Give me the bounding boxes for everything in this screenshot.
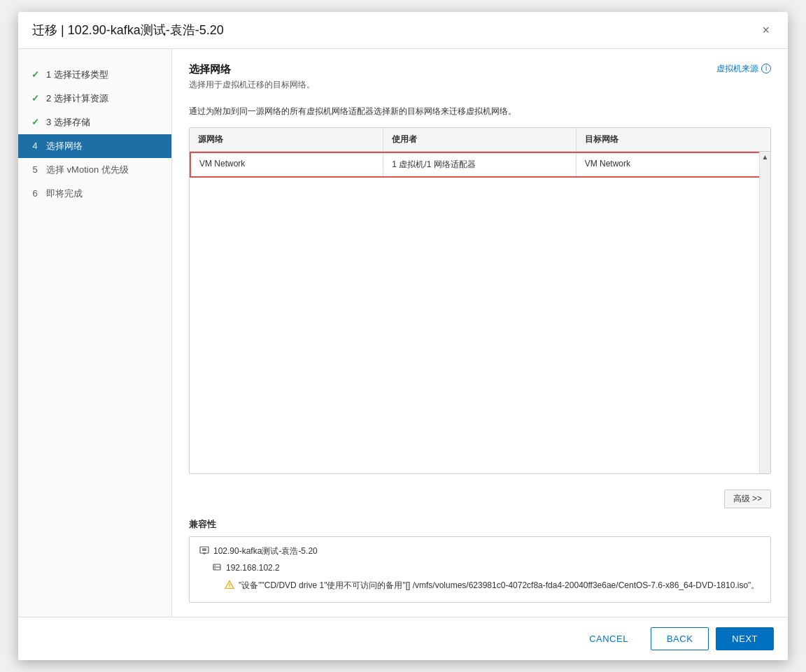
next-button[interactable]: NEXT [716,627,774,650]
svg-point-6 [215,565,216,566]
back-button[interactable]: BACK [651,627,709,650]
step3-check-icon: ✓ [29,117,41,127]
compat-item-vm: 102.90-kafka测试-袁浩-5.20 [199,544,761,559]
table-body: VM Network 1 虚拟机/1 网络适配器 VM Network ▲ [190,152,770,473]
warning-icon [225,580,234,594]
compatibility-section: 兼容性 102.90-kafka测试-袁浩-5.20 [189,518,771,603]
close-button[interactable]: × [758,22,774,38]
dialog-header: 迁移 | 102.90-kafka测试-袁浩-5.20 × [18,12,788,49]
advanced-row: 高级 >> [189,489,771,508]
main-content: 选择网络 选择用于虚拟机迁移的目标网络。 虚拟机来源 i 通过为附加到同一源网络… [172,49,788,617]
sidebar: ✓ 1 选择迁移类型 ✓ 2 选择计算资源 ✓ 3 选择存储 4 [18,49,172,617]
step5-num: 5 [29,164,41,175]
cell-users: 1 虚拟机/1 网络适配器 [383,153,576,176]
table-header: 源网络 使用者 目标网络 [190,128,770,152]
table-row[interactable]: VM Network 1 虚拟机/1 网络适配器 VM Network [190,152,770,178]
svg-rect-1 [202,548,206,551]
sidebar-item-step4: 4 选择网络 [18,134,171,158]
step4-num: 4 [29,141,41,151]
info-text: 通过为附加到同一源网络的所有虚拟机网络适配器选择新的目标网络来迁移虚拟机网络。 [189,105,771,117]
sidebar-item-step1-label: 1 选择迁移类型 [46,69,108,81]
cancel-button[interactable]: CANCEL [574,627,644,650]
compatibility-title: 兼容性 [189,518,771,531]
compat-vm-text: 102.90-kafka测试-袁浩-5.20 [213,544,318,558]
dialog-footer: CANCEL BACK NEXT [18,617,788,660]
sidebar-item-step5: 5 选择 vMotion 优先级 [18,158,171,182]
sidebar-item-step1: ✓ 1 选择迁移类型 [18,63,171,87]
svg-point-10 [229,586,229,587]
section-header: 选择网络 选择用于虚拟机迁移的目标网络。 虚拟机来源 i [189,63,771,101]
scroll-indicator: ▲ [759,152,770,473]
sidebar-item-step5-label: 选择 vMotion 优先级 [46,164,129,176]
compat-host-text: 192.168.102.2 [226,561,280,575]
advanced-button[interactable]: 高级 >> [724,489,771,508]
step2-check-icon: ✓ [29,93,41,103]
compat-item-warn: "设备""CD/DVD drive 1"使用不可访问的备用"[] /vmfs/v… [199,578,761,594]
compat-warn-text: "设备""CD/DVD drive 1"使用不可访问的备用"[] /vmfs/v… [239,578,759,592]
migrate-dialog: 迁移 | 102.90-kafka测试-袁浩-5.20 × ✓ 1 选择迁移类型… [18,12,788,660]
col-header-users: 使用者 [383,128,577,151]
host-icon [212,562,222,576]
scroll-up-icon[interactable]: ▲ [762,153,769,161]
sidebar-item-step2: ✓ 2 选择计算资源 [18,87,171,110]
info-icon[interactable]: i [761,64,771,73]
section-titles: 选择网络 选择用于虚拟机迁移的目标网络。 [189,63,315,101]
network-table: 源网络 使用者 目标网络 VM Network 1 虚拟机/1 网络适配器 VM… [189,127,771,474]
cell-source: VM Network [191,153,383,176]
dialog-title: 迁移 | 102.90-kafka测试-袁浩-5.20 [32,22,224,38]
section-subtitle: 选择用于虚拟机迁移的目标网络。 [189,79,315,91]
vm-icon [199,545,209,559]
sidebar-item-step3-label: 3 选择存储 [46,116,90,129]
col-header-source: 源网络 [190,128,383,151]
step6-num: 6 [29,188,41,199]
cell-target[interactable]: VM Network [577,153,769,176]
vm-source-link[interactable]: 虚拟机来源 i [716,63,771,75]
compatibility-box: 102.90-kafka测试-袁浩-5.20 192.168.102.2 [189,536,771,603]
sidebar-item-step6: 6 即将完成 [18,182,171,206]
step1-check-icon: ✓ [29,69,41,80]
sidebar-item-step6-label: 即将完成 [46,187,83,200]
section-title: 选择网络 [189,63,315,76]
sidebar-item-step4-label: 选择网络 [46,140,83,152]
sidebar-item-step3: ✓ 3 选择存储 [18,110,171,134]
compat-item-host: 192.168.102.2 [199,561,761,576]
sidebar-item-step2-label: 2 选择计算资源 [46,92,108,105]
svg-point-7 [215,569,216,570]
col-header-target: 目标网络 [577,128,770,151]
dialog-body: ✓ 1 选择迁移类型 ✓ 2 选择计算资源 ✓ 3 选择存储 4 [18,49,788,617]
